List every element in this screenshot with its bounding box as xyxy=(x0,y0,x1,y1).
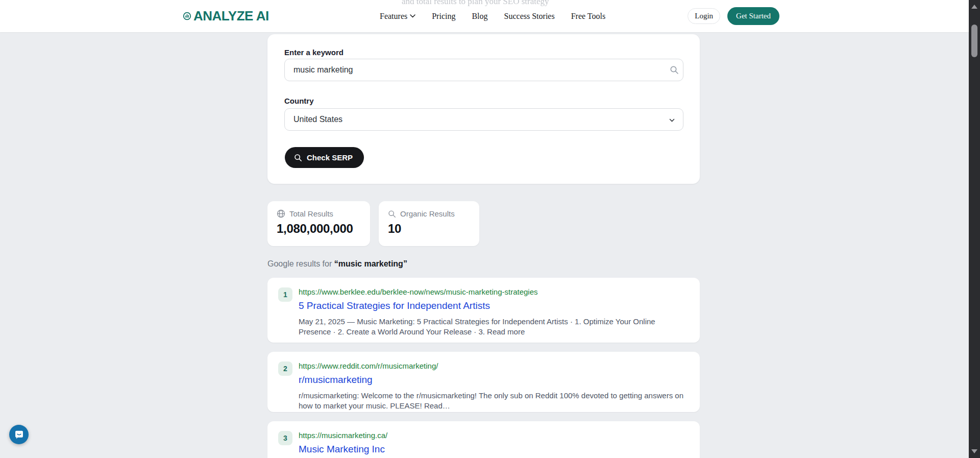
total-results-label: Total Results xyxy=(289,209,333,218)
scroll-up-icon xyxy=(971,5,977,9)
chat-bubble-icon xyxy=(14,429,24,440)
results-header: Google results for “music marketing” xyxy=(267,259,407,269)
scrollbar-thumb[interactable] xyxy=(971,25,977,57)
organic-results-label: Organic Results xyxy=(400,209,455,218)
top-nav: and total results to plan your SEO strat… xyxy=(0,0,969,32)
result-title-link[interactable]: r/musicmarketing xyxy=(299,374,373,386)
result-body: https://musicmarketing.ca/ Music Marketi… xyxy=(299,430,687,458)
result-card: 3 https://musicmarketing.ca/ Music Marke… xyxy=(267,421,700,458)
scroll-up-button[interactable] xyxy=(969,1,980,12)
search-icon xyxy=(670,65,679,77)
nav-item-blog[interactable]: Blog xyxy=(472,12,487,21)
result-title-link[interactable]: 5 Practical Strategies for Independent A… xyxy=(299,300,490,312)
result-snippet: r/musicmarketing: Welcome to the r/music… xyxy=(299,391,687,411)
logo-text: ANALYZE AI xyxy=(193,8,269,24)
result-title-link[interactable]: Music Marketing Inc xyxy=(299,443,385,455)
rank-badge: 1 xyxy=(278,287,292,302)
chat-launcher-button[interactable] xyxy=(9,425,29,444)
check-serp-button[interactable]: Check SERP xyxy=(285,147,364,168)
nav-item-pricing[interactable]: Pricing xyxy=(432,12,455,21)
check-serp-label: Check SERP xyxy=(307,153,353,162)
globe-icon xyxy=(277,209,285,218)
chevron-down-icon xyxy=(410,14,415,18)
auth-buttons: Login Get Started xyxy=(688,0,779,32)
total-results-card: Total Results 1,080,000,000 xyxy=(267,201,370,246)
logo-analytics-icon xyxy=(183,12,191,20)
serp-form-card: Enter a keyword Country United States Ch… xyxy=(267,34,700,184)
nav-item-features[interactable]: Features xyxy=(380,12,415,21)
chevron-down-icon xyxy=(669,116,675,126)
country-selected-value: United States xyxy=(293,115,342,124)
nav-item-free-tools[interactable]: Free Tools xyxy=(571,12,605,21)
result-url-link[interactable]: https://www.reddit.com/r/musicmarketing/ xyxy=(299,361,687,371)
country-select[interactable]: United States xyxy=(284,108,683,131)
scroll-down-button[interactable] xyxy=(969,446,980,457)
total-results-value: 1,080,000,000 xyxy=(277,222,361,236)
nav-item-success-stories[interactable]: Success Stories xyxy=(504,12,555,21)
result-card: 2 https://www.reddit.com/r/musicmarketin… xyxy=(267,352,700,412)
organic-results-card: Organic Results 10 xyxy=(379,201,479,246)
get-started-button[interactable]: Get Started xyxy=(727,7,779,25)
login-button[interactable]: Login xyxy=(688,8,720,24)
result-body: https://www.reddit.com/r/musicmarketing/… xyxy=(299,361,687,411)
scroll-down-icon xyxy=(971,449,977,453)
vertical-scrollbar[interactable] xyxy=(969,0,980,458)
serp-checker-page: and total results to plan your SEO strat… xyxy=(0,0,980,458)
result-body: https://www.berklee.edu/berklee-now/news… xyxy=(299,287,687,337)
search-icon xyxy=(388,210,396,218)
keyword-input[interactable] xyxy=(284,59,683,81)
result-snippet: May 21, 2025 — Music Marketing: 5 Practi… xyxy=(299,317,687,337)
result-card: 1 https://www.berklee.edu/berklee-now/ne… xyxy=(267,278,700,343)
results-header-prefix: Google results for xyxy=(267,259,334,268)
result-url-link[interactable]: https://musicmarketing.ca/ xyxy=(299,430,687,441)
organic-results-value: 10 xyxy=(388,222,470,236)
rank-badge: 2 xyxy=(278,361,292,376)
result-url-link[interactable]: https://www.berklee.edu/berklee-now/news… xyxy=(299,287,687,297)
country-label: Country xyxy=(284,97,314,105)
logo[interactable]: ANALYZE AI xyxy=(183,8,269,24)
results-header-keyword: “music marketing” xyxy=(334,259,407,268)
nav-links: Features Pricing Blog Success Stories Fr… xyxy=(380,0,605,32)
search-icon xyxy=(294,154,302,162)
keyword-label: Enter a keyword xyxy=(284,48,344,57)
rank-badge: 3 xyxy=(278,431,292,445)
